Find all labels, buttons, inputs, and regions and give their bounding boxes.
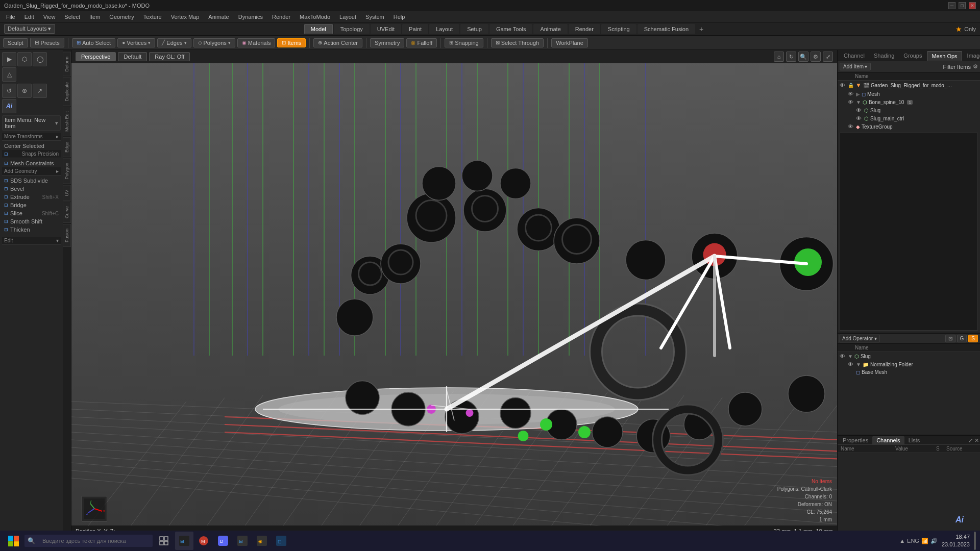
taskbar-icon-2[interactable]: M <box>194 532 213 550</box>
taskbar-icon-6[interactable]: ◻ <box>272 532 290 550</box>
taskbar-icon-discord[interactable]: D <box>214 532 232 550</box>
expand-icon-mesh[interactable]: ▶ <box>856 91 860 97</box>
menu-file[interactable]: File <box>2 13 19 21</box>
expand-icon-root[interactable]: ▼ <box>855 82 862 89</box>
taskbar-taskview-btn[interactable] <box>155 532 173 550</box>
viewport-tab-default[interactable]: Default <box>118 52 147 61</box>
slice-link[interactable]: ⊡ Slice Shift+C <box>2 209 61 217</box>
tool-ai-btn[interactable]: Ai <box>2 99 16 113</box>
menu-layout[interactable]: Layout <box>335 13 360 21</box>
tray-arrow-icon[interactable]: ▲ <box>899 538 905 544</box>
eye-icon-bone[interactable]: 👁 <box>848 99 853 105</box>
tree-item-slug[interactable]: 👁 ⬡ Slug <box>838 106 980 114</box>
start-button[interactable] <box>4 532 22 550</box>
sculpt-button[interactable]: Sculpt <box>3 38 28 47</box>
layout-tab-layout[interactable]: Layout <box>429 24 459 34</box>
channel-tab[interactable]: Channel <box>840 51 869 61</box>
taskbar-search-container[interactable]: 🔍 <box>24 535 153 547</box>
viewport[interactable]: Perspective Default Ray GL: Off ⌂ ↻ 🔍 ⚙ … <box>71 50 837 537</box>
expand-norm-icon[interactable]: ▼ <box>856 362 861 367</box>
menu-view[interactable]: View <box>39 13 60 21</box>
menu-system[interactable]: System <box>361 13 388 21</box>
viewport-tab-perspective[interactable]: Perspective <box>76 52 116 61</box>
thicken-link[interactable]: ⊡ Thicken <box>2 226 61 234</box>
menu-vertex-map[interactable]: Vertex Map <box>167 13 204 21</box>
shading-tab[interactable]: Shading <box>870 51 898 61</box>
edit-header[interactable]: Edit ▾ <box>2 237 61 245</box>
curve-tab[interactable]: Curve <box>63 202 71 223</box>
tool-circle-btn[interactable]: ◯ <box>33 52 47 66</box>
channels-tab[interactable]: Channels <box>872 436 904 444</box>
edges-button[interactable]: ╱ Edges ▾ <box>157 38 191 47</box>
eye-icon-texture[interactable]: 👁 <box>848 123 853 130</box>
op-tree-norm-folder[interactable]: 👁 ▼ 📁 Normalizing Folder <box>838 360 980 368</box>
layout-tab-schematic-fusion[interactable]: Schematic Fusion <box>638 24 695 34</box>
falloff-button[interactable]: ◎ Falloff <box>406 38 437 47</box>
tray-wifi-icon[interactable]: 📶 <box>921 538 928 544</box>
fusion-tab[interactable]: Fusion <box>63 224 71 247</box>
items-button[interactable]: ⊡ Items <box>277 38 306 47</box>
action-center-button[interactable]: ⊕ Action Center <box>313 38 362 47</box>
menu-select[interactable]: Select <box>60 13 84 21</box>
smooth-shift-link[interactable]: ⊡ Smooth Shift <box>2 217 61 226</box>
vertices-button[interactable]: ● Vertices ▾ <box>117 38 155 47</box>
bevel-link[interactable]: ⊡ Bevel <box>2 185 61 193</box>
expand-op-slug-icon[interactable]: ▼ <box>848 354 853 359</box>
uv-tab[interactable]: UV <box>63 185 71 201</box>
select-through-button[interactable]: ⊠ Select Through <box>491 38 544 47</box>
layout-tab-uvedit[interactable]: UVEdit <box>371 24 401 34</box>
close-props-btn[interactable]: ✕ <box>974 437 979 444</box>
auto-select-button[interactable]: ⊞ Auto Select <box>72 38 115 47</box>
layout-tab-paint[interactable]: Paint <box>402 24 428 34</box>
tool-add-btn[interactable]: ⊕ <box>17 84 32 98</box>
snaps-precision-header[interactable]: ⊡ Snaps Precision <box>2 150 61 158</box>
tool-rotate-btn[interactable]: ↺ <box>2 84 16 98</box>
layout-preset-selector[interactable]: Default Layouts ▾ <box>4 24 55 34</box>
viewport-search-btn[interactable]: 🔍 <box>798 52 808 62</box>
show-desktop-btn[interactable] <box>974 532 976 550</box>
op-btn-2[interactable]: G <box>957 335 967 342</box>
tool-hex-btn[interactable]: ⬡ <box>17 52 32 66</box>
layout-tab-game-tools[interactable]: Game Tools <box>489 24 533 34</box>
viewport-refresh-btn[interactable]: ↻ <box>786 52 796 62</box>
ai-label[interactable]: Ai <box>955 515 964 524</box>
tool-select-btn[interactable]: ▶ <box>2 52 16 66</box>
layout-tab-render[interactable]: Render <box>569 24 600 34</box>
op-btn-1[interactable]: ⊡ <box>945 335 955 342</box>
add-operator-select[interactable]: Add Operator ▾ <box>840 335 879 342</box>
layout-tab-scripting[interactable]: Scripting <box>601 24 636 34</box>
add-layout-tab-btn[interactable]: + <box>696 24 706 34</box>
sds-subdivide-link[interactable]: ⊡ SDS Subdivide <box>2 177 61 185</box>
menu-help[interactable]: Help <box>389 13 409 21</box>
menu-animate[interactable]: Animate <box>204 13 233 21</box>
snapping-button[interactable]: ⊞ Snapping <box>445 38 483 47</box>
minimize-button[interactable]: ─ <box>948 2 955 9</box>
menu-edit[interactable]: Edit <box>20 13 38 21</box>
mesh-constraints-link[interactable]: ⊡ Mesh Constraints <box>2 159 61 167</box>
layout-tab-setup[interactable]: Setup <box>460 24 488 34</box>
taskbar-icon-1[interactable]: ⊞ <box>175 532 193 550</box>
groups-tab[interactable]: Groups <box>899 51 926 61</box>
menu-render[interactable]: Render <box>268 13 295 21</box>
layout-tab-model[interactable]: Model <box>304 24 333 34</box>
edge-tab[interactable]: Edge <box>63 137 71 157</box>
viewport-settings-btn[interactable]: ⚙ <box>811 52 821 62</box>
materials-button[interactable]: ◉ Materials <box>237 38 276 47</box>
op-tree-base-mesh[interactable]: ◻ Base Mesh <box>838 368 980 376</box>
lists-tab[interactable]: Lists <box>904 436 924 444</box>
layout-tab-topology[interactable]: Topology <box>334 24 370 34</box>
extrude-link[interactable]: ⊡ Extrude Shift+X <box>2 193 61 201</box>
eye-icon-slug-ctrl[interactable]: 👁 <box>856 115 862 121</box>
mesh-ops-tab[interactable]: Mesh Ops <box>927 51 962 61</box>
eye-icon-op-slug[interactable]: 👁 <box>840 353 845 359</box>
taskbar-search-input[interactable] <box>37 536 150 546</box>
eye-icon-mesh[interactable]: 👁 <box>848 91 853 97</box>
op-btn-3[interactable]: S <box>968 335 978 342</box>
properties-tab[interactable]: Properties <box>839 436 872 444</box>
eye-icon-slug[interactable]: 👁 <box>856 107 862 113</box>
viewport-tab-raygl[interactable]: Ray GL: Off <box>149 52 190 61</box>
viewport-home-btn[interactable]: ⌂ <box>774 52 784 62</box>
more-transforms-header[interactable]: More Transforms ▸ <box>2 133 61 141</box>
tree-item-slug-ctrl[interactable]: 👁 ⬡ Slug_main_ctrl <box>838 114 980 122</box>
menu-item[interactable]: Item <box>85 13 104 21</box>
